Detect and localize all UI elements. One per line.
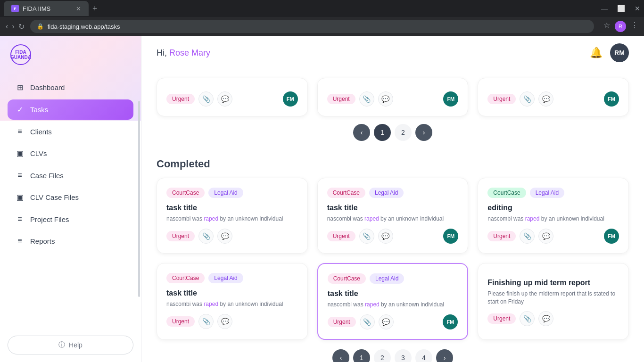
- sidebar-item-project-files[interactable]: ≡ Project Files: [8, 209, 133, 229]
- task-card-5: CourtCase Legal Aid task title nascombi …: [317, 263, 469, 340]
- sidebar-nav: ⊞ Dashboard ✓ Tasks ≡ Clients ▣ CLVs ≡ C…: [0, 74, 141, 328]
- urgent-badge: Urgent: [487, 231, 516, 241]
- tag-legal-aid: Legal Aid: [208, 188, 243, 198]
- reload-button[interactable]: ↻: [18, 22, 25, 31]
- greeting-name: Rose Mary: [169, 48, 210, 58]
- menu-icon[interactable]: ⋮: [631, 21, 638, 32]
- url-text: fida-staging.web.app/tasks: [48, 23, 120, 30]
- card-5-desc: nascombi was raped by an unknown individ…: [328, 301, 458, 309]
- attachment-icon[interactable]: 📎: [520, 311, 535, 326]
- user-avatar[interactable]: RM: [610, 43, 629, 62]
- attachment-icon[interactable]: 📎: [359, 229, 374, 244]
- sidebar-item-tasks[interactable]: ✓ Tasks: [8, 99, 133, 120]
- urgent-badge: Urgent: [487, 94, 516, 104]
- attachment-icon[interactable]: 📎: [198, 91, 214, 107]
- sidebar-item-reports[interactable]: ≡ Reports: [8, 231, 133, 251]
- attachment-icon[interactable]: 📎: [198, 229, 214, 244]
- prev-page-button[interactable]: ‹: [353, 124, 370, 141]
- help-button[interactable]: ⓘ Help: [8, 336, 133, 354]
- help-label: Help: [69, 341, 83, 349]
- attachment-icon[interactable]: 📎: [360, 314, 375, 329]
- comment-icon[interactable]: 💬: [538, 229, 553, 244]
- comment-icon[interactable]: 💬: [217, 91, 232, 107]
- tasks-icon: ✓: [15, 105, 25, 114]
- sidebar-item-clv-case-files[interactable]: ▣ CLV Case Files: [8, 187, 133, 207]
- comment-icon[interactable]: 💬: [379, 314, 394, 329]
- top-cards-row: Urgent 📎 💬 FM Urgent 📎 💬 FM: [157, 70, 629, 116]
- tab-close-button[interactable]: ✕: [76, 5, 81, 12]
- urgent-badge: Urgent: [487, 313, 516, 324]
- card-5-link[interactable]: raped: [365, 301, 380, 308]
- card-1-link[interactable]: raped: [204, 215, 218, 222]
- bottom-page-3-button[interactable]: 3: [395, 349, 412, 362]
- attachment-icon[interactable]: 📎: [520, 91, 535, 107]
- greeting-prefix: Hi,: [157, 48, 169, 58]
- card-6-footer: Urgent 📎 💬: [487, 311, 619, 326]
- card-5-footer: Urgent 📎 💬 FM: [328, 314, 458, 329]
- card-1-desc: nascombi was raped by an unknown individ…: [166, 215, 298, 223]
- browser-actions: ☆ R ⋮: [603, 21, 638, 32]
- sidebar-item-clvs[interactable]: ▣ CLVs: [8, 143, 133, 164]
- card-4-footer: Urgent 📎 💬: [166, 314, 298, 329]
- bookmark-icon[interactable]: ☆: [603, 21, 610, 32]
- bottom-page-4-button[interactable]: 4: [415, 349, 432, 362]
- page-2-button[interactable]: 2: [395, 124, 412, 141]
- bottom-prev-button[interactable]: ‹: [332, 349, 349, 362]
- browser-profile-icon[interactable]: R: [615, 21, 626, 32]
- bottom-page-1-button[interactable]: 1: [353, 349, 370, 362]
- sidebar-item-clients[interactable]: ≡ Clients: [8, 122, 133, 141]
- browser-chrome: F FIDA IIMS ✕ + — ⬜ ✕: [0, 0, 644, 17]
- logo-text: FIDAGUANDA: [10, 49, 31, 60]
- url-bar[interactable]: 🔒 fida-staging.web.app/tasks: [30, 20, 594, 33]
- logo-image: FIDAGUANDA: [9, 43, 32, 66]
- attachment-icon[interactable]: 📎: [520, 229, 535, 244]
- next-page-button[interactable]: ›: [415, 124, 432, 141]
- task-card-6: Finishing up mid term report Please fini…: [478, 263, 629, 340]
- sidebar-bottom: ⓘ Help: [0, 328, 141, 362]
- card-4-link[interactable]: raped: [204, 301, 218, 307]
- page-1-button[interactable]: 1: [374, 124, 391, 141]
- tag-court-case: CourtCase: [328, 273, 366, 284]
- tag-court-case: CourtCase: [327, 188, 365, 198]
- comment-icon[interactable]: 💬: [378, 229, 393, 244]
- card-2-link[interactable]: raped: [364, 215, 379, 222]
- bottom-page-2-button[interactable]: 2: [374, 349, 391, 362]
- browser-tab[interactable]: F FIDA IIMS ✕: [4, 1, 89, 16]
- card-6-title: Finishing up mid term report: [487, 279, 619, 287]
- urgent-badge: Urgent: [327, 231, 355, 241]
- bottom-next-button[interactable]: ›: [436, 349, 453, 362]
- comment-icon[interactable]: 💬: [217, 314, 232, 329]
- sidebar-item-dashboard[interactable]: ⊞ Dashboard: [8, 77, 133, 98]
- comment-icon[interactable]: 💬: [217, 229, 232, 244]
- card-5-tags: CourtCase Legal Aid: [328, 273, 458, 284]
- new-tab-button[interactable]: +: [92, 4, 98, 14]
- task-card-1: CourtCase Legal Aid task title nascombi …: [157, 178, 308, 254]
- attachment-icon[interactable]: 📎: [359, 91, 374, 107]
- sidebar-item-case-files[interactable]: ≡ Case Files: [8, 165, 133, 185]
- card-3-title: editing: [487, 204, 619, 212]
- header-actions: 🔔 RM: [590, 43, 629, 62]
- comment-icon[interactable]: 💬: [538, 311, 553, 326]
- comment-icon[interactable]: 💬: [538, 91, 553, 107]
- sidebar-logo: FIDAGUANDA: [0, 36, 141, 74]
- back-button[interactable]: ‹: [6, 22, 8, 31]
- card-1-title: task title: [166, 204, 298, 212]
- card-4-tags: CourtCase Legal Aid: [166, 273, 298, 283]
- maximize-icon[interactable]: ⬜: [617, 5, 625, 12]
- help-icon: ⓘ: [58, 341, 65, 349]
- avatar-fm: FM: [604, 229, 619, 244]
- clients-icon: ≡: [15, 127, 25, 136]
- task-card-2: CourtCase Legal Aid task title nascombi …: [317, 178, 469, 254]
- main-content: Urgent 📎 💬 FM Urgent 📎 💬 FM: [141, 70, 644, 362]
- sidebar-label-clv-case-files: CLV Case Files: [30, 193, 79, 201]
- forward-button[interactable]: ›: [12, 22, 14, 31]
- card-3-link[interactable]: raped: [525, 215, 540, 222]
- attachment-icon[interactable]: 📎: [198, 314, 214, 329]
- card-3-desc: nascombi was raped by an unknown individ…: [487, 215, 619, 223]
- completed-section-title: Completed: [157, 148, 629, 178]
- card-1-tags: CourtCase Legal Aid: [166, 188, 298, 198]
- notification-bell-icon[interactable]: 🔔: [590, 47, 603, 59]
- comment-icon[interactable]: 💬: [378, 91, 393, 107]
- minimize-icon[interactable]: —: [601, 5, 608, 12]
- close-icon[interactable]: ✕: [635, 5, 640, 12]
